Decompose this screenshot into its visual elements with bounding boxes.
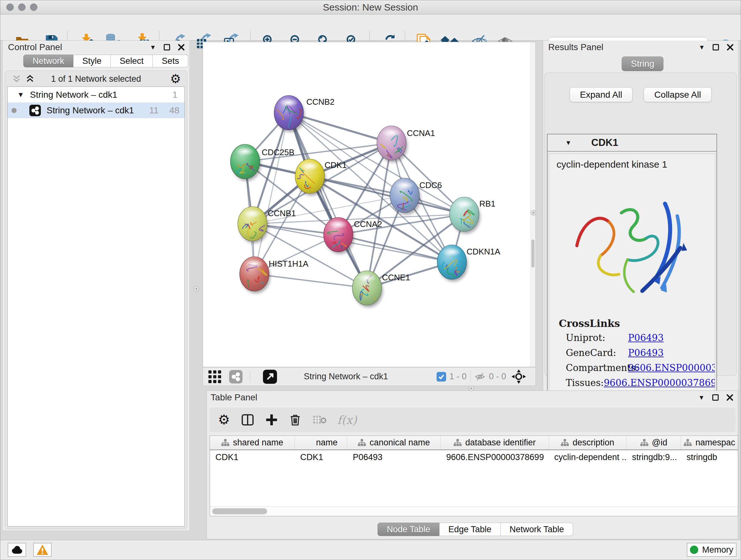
string-network-icon xyxy=(29,105,41,116)
results-panel-title: Results Panel xyxy=(548,42,603,52)
column-header[interactable]: shared name xyxy=(210,436,295,449)
eye-slash-icon xyxy=(474,371,486,382)
svg-text:CDC6: CDC6 xyxy=(419,180,442,190)
automation-status-button[interactable] xyxy=(8,543,26,557)
bottom-splitter-handle[interactable] xyxy=(468,386,474,391)
column-header[interactable]: namespac xyxy=(681,436,738,449)
warnings-button[interactable] xyxy=(33,543,52,557)
delete-table-button[interactable] xyxy=(313,414,327,426)
close-icon[interactable] xyxy=(726,394,733,401)
current-network-name: String Network – cdk1 xyxy=(304,368,388,386)
left-splitter-handle[interactable] xyxy=(194,286,199,292)
tab-string[interactable]: String xyxy=(622,57,664,71)
table-settings-gear-icon[interactable]: ⚙ xyxy=(218,413,230,427)
collapse-all-button[interactable]: Collapse All xyxy=(644,87,712,102)
column-header[interactable]: database identifier xyxy=(441,436,549,449)
float-panel-icon[interactable] xyxy=(712,394,719,401)
delete-table-icon xyxy=(313,414,327,426)
column-network-icon xyxy=(684,439,692,447)
memory-button[interactable]: Memory xyxy=(687,543,737,557)
right-splitter-handle[interactable] xyxy=(531,210,536,215)
main-toolbar: ? xyxy=(0,15,741,41)
crosslink-row: Tissues: 9606.ENSP00000378699 xyxy=(566,377,715,392)
collection-count: 1 xyxy=(172,90,178,100)
close-icon[interactable] xyxy=(727,44,734,51)
close-icon[interactable] xyxy=(178,44,185,51)
selected-checkbox[interactable] xyxy=(436,368,446,386)
expand-all-button[interactable]: Expand All xyxy=(569,87,632,102)
table-panel-title: Table Panel xyxy=(211,392,257,402)
svg-text:CDKN1A: CDKN1A xyxy=(467,247,500,256)
column-header[interactable]: name xyxy=(295,436,347,449)
panel-menu-icon[interactable]: ▼ xyxy=(150,44,156,51)
table-scroll-thumb[interactable] xyxy=(212,508,267,514)
float-panel-icon[interactable] xyxy=(713,44,719,51)
panel-menu-icon[interactable]: ▼ xyxy=(698,394,704,401)
column-network-icon xyxy=(454,439,462,447)
compartments-link[interactable]: 9606.ENSP00000378699 xyxy=(628,362,715,373)
node-count: 11 xyxy=(149,105,158,116)
panel-menu-icon[interactable]: ▼ xyxy=(698,44,705,51)
window-close-button[interactable] xyxy=(6,3,14,11)
add-column-button[interactable] xyxy=(265,414,278,426)
hidden-node-edge-counts: 0 - 0 xyxy=(489,368,506,386)
column-network-icon xyxy=(221,439,230,447)
tab-network[interactable]: Network xyxy=(23,55,73,67)
section-collapse-icon[interactable]: ▼ xyxy=(565,139,571,146)
open-in-new-icon xyxy=(263,370,277,384)
column-header[interactable]: canonical name xyxy=(347,436,441,449)
collection-expand-icon[interactable]: ▼ xyxy=(17,91,24,99)
tab-network-table[interactable]: Network Table xyxy=(501,523,574,536)
crosslink-row: Compartments: 9606.ENSP00000378699 xyxy=(566,362,715,377)
memory-label: Memory xyxy=(702,545,733,555)
genecard-link[interactable]: P06493 xyxy=(628,348,664,358)
column-header[interactable]: @id xyxy=(626,436,681,449)
crosslink-row: GeneCard: P06493 xyxy=(566,348,715,362)
uniprot-link[interactable]: P06493 xyxy=(628,332,664,343)
grid-view-button[interactable] xyxy=(208,368,221,386)
float-panel-icon[interactable] xyxy=(164,44,170,51)
tab-node-table[interactable]: Node Table xyxy=(378,523,440,536)
network-canvas[interactable]: CCNB2CCNA1CDC25BCDK1CDC6RB1CCNB1CCNA2CDK… xyxy=(203,42,536,367)
svg-text:RB1: RB1 xyxy=(479,199,495,208)
window-zoom-button[interactable] xyxy=(30,3,37,11)
string-network-graph[interactable]: CCNB2CCNA1CDC25BCDK1CDC6RB1CCNB1CCNA2CDK… xyxy=(203,42,530,366)
protein-section-header[interactable]: ▼ CDK1 xyxy=(548,134,717,152)
svg-text:CDC25B: CDC25B xyxy=(262,147,294,157)
column-header[interactable]: description xyxy=(549,436,627,449)
gear-icon[interactable]: ⚙ xyxy=(170,73,181,85)
table-row[interactable]: CDK1 CDK1 P06493 9606.ENSP00000378699 cy… xyxy=(210,450,738,464)
footer-separator xyxy=(470,371,471,382)
canvas-scroll-thumb[interactable] xyxy=(531,240,535,267)
table-toolbar: ⚙ f(x) xyxy=(210,408,736,432)
protein-structure-image xyxy=(562,186,699,309)
control-panel: Control Panel ▼ Network Style Select Set… xyxy=(3,41,189,530)
network-collection-row[interactable]: ▼ String Network – cdk1 1 xyxy=(8,87,185,103)
svg-text:CCNA2: CCNA2 xyxy=(354,219,382,229)
tab-style[interactable]: Style xyxy=(73,55,111,67)
protein-section: ▼ CDK1 cyclin-dependent kinase 1 xyxy=(547,134,717,402)
tab-edge-table[interactable]: Edge Table xyxy=(440,523,501,536)
tissues-link[interactable]: 9606.ENSP00000378699 xyxy=(604,377,715,388)
window-minimize-button[interactable] xyxy=(18,3,25,11)
function-builder-button[interactable]: f(x) xyxy=(337,414,357,427)
protein-details: cyclin-dependent kinase 1 xyxy=(549,153,715,394)
current-network-dot-icon xyxy=(11,108,17,113)
split-columns-button[interactable] xyxy=(241,413,254,427)
checkbox-checked-icon xyxy=(436,372,446,381)
network-view-button[interactable] xyxy=(229,368,243,386)
fit-content-button[interactable] xyxy=(511,368,526,386)
birds-eye-view-button[interactable] xyxy=(263,368,277,386)
columns-icon xyxy=(241,413,254,427)
crosslinks-title: CrossLinks xyxy=(559,318,715,329)
plus-icon xyxy=(265,414,278,426)
status-bar: Memory xyxy=(0,540,741,560)
network-row[interactable]: String Network – cdk1 11 48 xyxy=(8,103,185,118)
delete-column-button[interactable] xyxy=(289,414,301,426)
tab-sets[interactable]: Sets xyxy=(153,55,188,67)
window-title: Session: New Session xyxy=(0,0,741,14)
tab-select[interactable]: Select xyxy=(111,55,153,67)
crosslink-row: Uniprot: P06493 xyxy=(566,332,715,348)
selected-node-edge-counts: 1 - 0 xyxy=(449,368,467,386)
table-header-row: shared name name canonical name database… xyxy=(210,436,738,450)
